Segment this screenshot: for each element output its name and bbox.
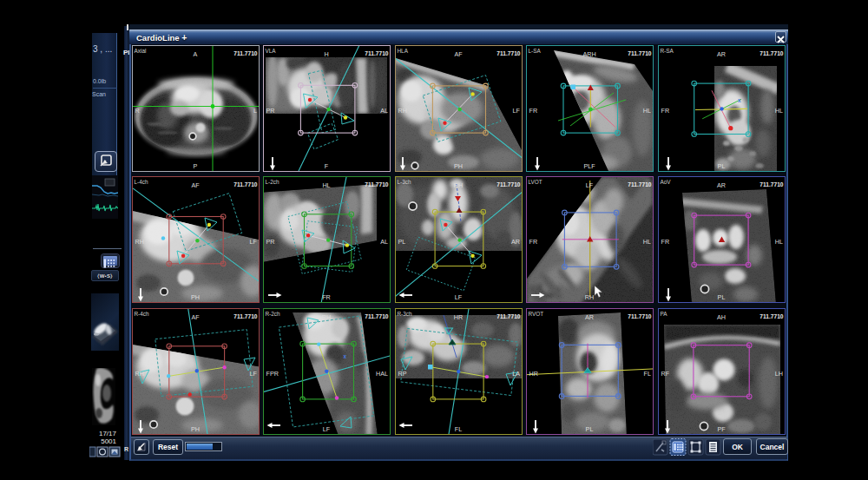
svg-text:711.7710: 711.7710 [496, 181, 520, 187]
svg-text:ARH: ARH [582, 50, 595, 58]
svg-text:PF: PF [717, 425, 726, 433]
svg-text:R-2ch: R-2ch [266, 311, 280, 317]
svg-text:RH: RH [398, 107, 407, 115]
svg-text:Axial: Axial [135, 48, 147, 54]
svg-text:RH: RH [322, 313, 331, 321]
svg-text:F: F [325, 162, 329, 170]
svg-text:LH: LH [775, 370, 783, 378]
svg-text:VLA: VLA [266, 48, 277, 54]
svg-text:711.7710: 711.7710 [365, 313, 388, 319]
svg-text:RH: RH [135, 370, 144, 378]
svg-text:HR: HR [529, 370, 538, 378]
svg-text:PL: PL [718, 162, 726, 170]
svg-text:HL: HL [775, 238, 783, 246]
svg-text:LF: LF [586, 181, 594, 189]
svg-text:711.7710: 711.7710 [496, 313, 520, 319]
svg-text:HL: HL [322, 181, 330, 189]
svg-text:PR: PR [266, 238, 275, 246]
svg-text:711.7710: 711.7710 [233, 181, 257, 187]
svg-text:A: A [194, 50, 198, 58]
svg-text:AR: AR [511, 238, 520, 246]
svg-text:LF: LF [455, 293, 463, 301]
svg-text:R: R [135, 107, 140, 115]
svg-text:LF: LF [250, 238, 258, 246]
svg-text:711.7710: 711.7710 [496, 50, 520, 56]
svg-text:AR: AR [717, 50, 726, 58]
svg-text:RP: RP [398, 370, 407, 378]
svg-text:AoV: AoV [661, 179, 672, 185]
svg-text:FR: FR [661, 107, 670, 115]
svg-text:PL: PL [586, 425, 594, 433]
svg-text:711.7710: 711.7710 [628, 181, 651, 187]
svg-text:FR: FR [529, 238, 538, 246]
svg-text:AL: AL [380, 238, 388, 246]
svg-text:711.7710: 711.7710 [760, 181, 783, 187]
svg-text:HL: HL [775, 107, 783, 115]
svg-text:LF: LF [513, 107, 521, 115]
svg-text:RH: RH [585, 293, 594, 301]
svg-text:711.7710: 711.7710 [365, 181, 388, 187]
svg-text:PA: PA [661, 311, 668, 317]
svg-text:RH: RH [454, 181, 463, 189]
svg-text:FR: FR [529, 107, 538, 115]
svg-text:FL: FL [455, 425, 462, 433]
svg-text:LF: LF [250, 370, 258, 378]
svg-text:x: x [738, 97, 741, 103]
svg-text:L-3ch: L-3ch [398, 179, 411, 185]
svg-text:711.7710: 711.7710 [628, 313, 651, 319]
svg-text:HAL: HAL [376, 370, 388, 378]
svg-text:LA: LA [512, 370, 520, 378]
svg-text:RF: RF [661, 370, 670, 378]
svg-text:711.7710: 711.7710 [233, 313, 257, 319]
svg-text:H: H [324, 50, 328, 58]
svg-text:711.7710: 711.7710 [365, 50, 388, 56]
svg-text:711.7710: 711.7710 [628, 50, 651, 56]
svg-text:FR: FR [322, 293, 331, 301]
svg-text:AF: AF [454, 50, 463, 58]
svg-text:PH: PH [454, 162, 463, 170]
svg-text:711.7710: 711.7710 [760, 313, 783, 319]
svg-text:AH: AH [717, 313, 726, 321]
svg-text:FL: FL [644, 370, 651, 378]
svg-text:HL: HL [643, 107, 651, 115]
svg-text:PL: PL [398, 238, 406, 246]
svg-text:RH: RH [135, 238, 144, 246]
svg-text:x: x [344, 353, 347, 359]
svg-text:L-4ch: L-4ch [135, 179, 148, 185]
svg-text:R-4ch: R-4ch [135, 311, 149, 317]
svg-text:L-SA: L-SA [529, 48, 542, 54]
svg-text:R-SA: R-SA [661, 48, 674, 54]
svg-text:RVOT: RVOT [529, 311, 544, 317]
svg-text:AR: AR [717, 181, 726, 189]
svg-text:711.7710: 711.7710 [760, 50, 783, 56]
svg-text:R-3ch: R-3ch [398, 311, 412, 317]
svg-text:711.7710: 711.7710 [233, 50, 257, 56]
svg-text:HR: HR [454, 313, 463, 321]
svg-text:PH: PH [191, 425, 200, 433]
svg-text:P: P [194, 162, 198, 170]
svg-text:FR: FR [661, 238, 670, 246]
svg-text:PLF: PLF [583, 162, 595, 170]
svg-text:AL: AL [380, 107, 388, 115]
svg-text:PL: PL [718, 293, 726, 301]
svg-text:AF: AF [191, 313, 200, 321]
svg-text:L: L [253, 107, 257, 115]
svg-text:LF: LF [323, 425, 331, 433]
svg-text:AF: AF [191, 181, 200, 189]
svg-text:HLA: HLA [398, 48, 409, 54]
svg-text:LVOT: LVOT [529, 179, 542, 185]
svg-text:L-2ch: L-2ch [266, 179, 279, 185]
svg-text:PH: PH [191, 293, 200, 301]
svg-text:AR: AR [585, 313, 594, 321]
svg-text:FPR: FPR [266, 370, 279, 378]
svg-text:PR: PR [266, 107, 275, 115]
svg-text:HL: HL [643, 238, 651, 246]
